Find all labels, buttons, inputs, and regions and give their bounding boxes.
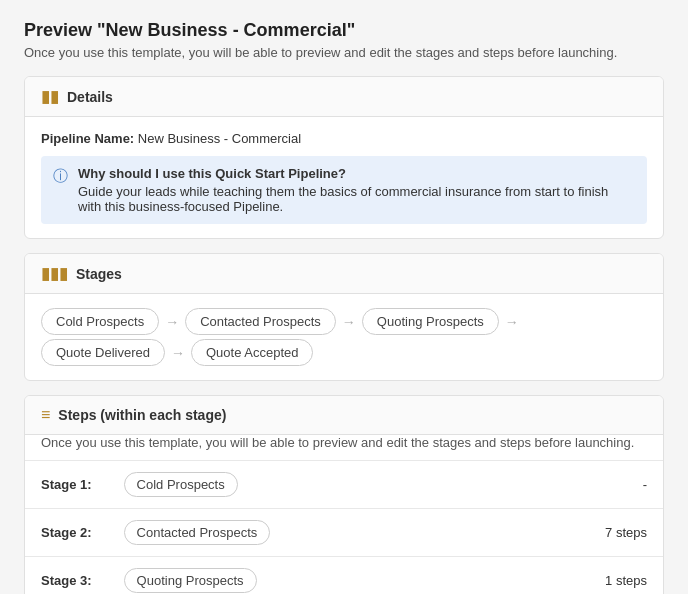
stage-pill-4: Quote Accepted: [191, 339, 314, 366]
steps-card: ≡ Steps (within each stage) Once you use…: [24, 395, 664, 594]
details-header: ▮▮ Details: [25, 77, 663, 117]
stages-card: ▮▮▮ Stages Cold Prospects → Contacted Pr…: [24, 253, 664, 381]
pipeline-name-value: New Business - Commercial: [138, 131, 301, 146]
stage-pill-1: Contacted Prospects: [185, 308, 336, 335]
arrow-0: →: [163, 314, 181, 330]
table-row: Stage 1: Cold Prospects -: [25, 461, 663, 509]
details-icon: ▮▮: [41, 87, 59, 106]
step-pill-cell: Cold Prospects: [108, 461, 501, 509]
stage-pill-3: Quote Delivered: [41, 339, 165, 366]
details-header-label: Details: [67, 89, 113, 105]
info-question: Why should I use this Quick Start Pipeli…: [78, 166, 635, 181]
step-pill-cell: Quoting Prospects: [108, 557, 501, 595]
steps-icon: ≡: [41, 406, 50, 424]
step-count: 1 steps: [500, 557, 663, 595]
stage-pill-2: Quoting Prospects: [362, 308, 499, 335]
details-card: ▮▮ Details Pipeline Name: New Business -…: [24, 76, 664, 239]
table-row: Stage 2: Contacted Prospects 7 steps: [25, 509, 663, 557]
pipeline-name-row: Pipeline Name: New Business - Commercial: [41, 131, 647, 146]
steps-description: Once you use this template, you will be …: [25, 435, 663, 460]
step-stage-label: Stage 2:: [25, 509, 108, 557]
info-banner-text: Why should I use this Quick Start Pipeli…: [78, 166, 635, 214]
table-row: Stage 3: Quoting Prospects 1 steps: [25, 557, 663, 595]
step-stage-label: Stage 1:: [25, 461, 108, 509]
page-subtitle: Once you use this template, you will be …: [24, 45, 664, 60]
step-pill: Cold Prospects: [124, 472, 238, 497]
steps-table: Stage 1: Cold Prospects - Stage 2: Conta…: [25, 460, 663, 594]
arrow-2: →: [503, 314, 521, 330]
info-banner: ⓘ Why should I use this Quick Start Pipe…: [41, 156, 647, 224]
step-stage-label: Stage 3:: [25, 557, 108, 595]
page-title: Preview "New Business - Commercial": [24, 20, 664, 41]
info-icon: ⓘ: [53, 167, 68, 186]
stage-pill-0: Cold Prospects: [41, 308, 159, 335]
step-pill: Quoting Prospects: [124, 568, 257, 593]
step-count: 7 steps: [500, 509, 663, 557]
step-pill-cell: Contacted Prospects: [108, 509, 501, 557]
info-description: Guide your leads while teaching them the…: [78, 184, 608, 214]
steps-header-label: Steps (within each stage): [58, 407, 226, 423]
step-pill: Contacted Prospects: [124, 520, 271, 545]
arrow-1: →: [340, 314, 358, 330]
stages-icon: ▮▮▮: [41, 264, 68, 283]
stages-header: ▮▮▮ Stages: [25, 254, 663, 294]
arrow-3: →: [169, 345, 187, 361]
stages-header-label: Stages: [76, 266, 122, 282]
pipeline-name-label: Pipeline Name:: [41, 131, 134, 146]
step-count: -: [500, 461, 663, 509]
steps-header: ≡ Steps (within each stage): [25, 396, 663, 435]
stages-list: Cold Prospects → Contacted Prospects → Q…: [25, 294, 663, 380]
